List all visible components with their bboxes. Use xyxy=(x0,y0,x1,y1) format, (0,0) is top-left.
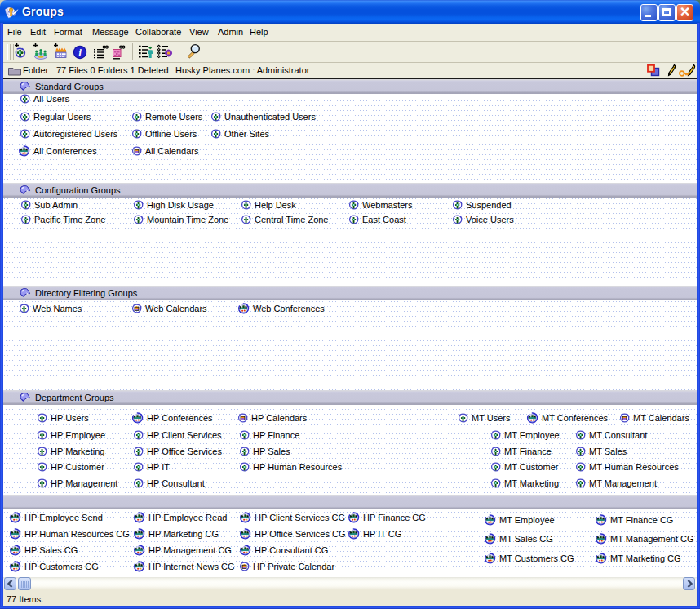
svg-text:i: i xyxy=(78,47,82,59)
